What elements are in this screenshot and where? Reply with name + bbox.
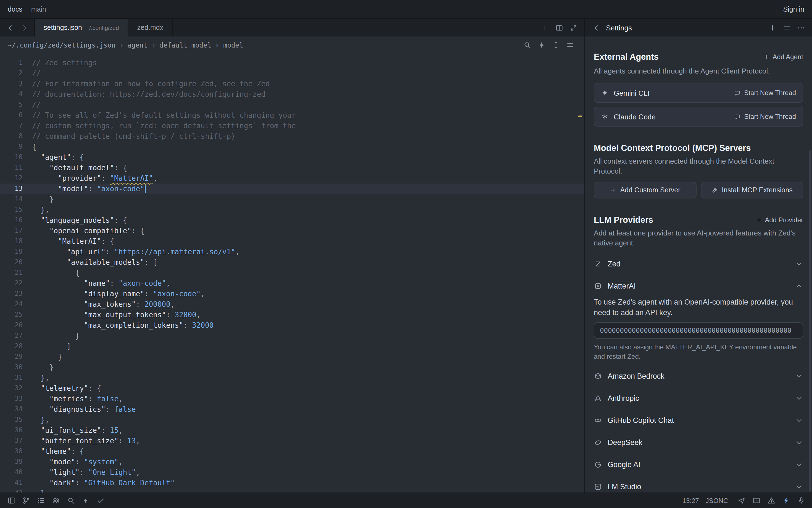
start-new-thread-button[interactable]: Start New Thread	[733, 89, 796, 97]
code-line[interactable]: 27 }	[0, 331, 584, 341]
new-tab-button[interactable]	[538, 21, 551, 34]
code-line[interactable]: 32 "telemetry": {	[0, 383, 584, 393]
send-icon	[737, 496, 746, 505]
code-line[interactable]: 17 "openai_compatible": {	[0, 225, 584, 236]
provider-github-copilot-chat[interactable]: GitHub Copilot Chat	[594, 409, 803, 431]
code-line[interactable]: 13 "model": "axon-code"	[0, 183, 584, 194]
diagnostics-button[interactable]	[764, 494, 778, 507]
code-line[interactable]: 5//	[0, 99, 584, 110]
git-branch-name[interactable]: main	[31, 5, 46, 13]
provider-zed[interactable]: Zed	[594, 253, 803, 275]
code-line[interactable]: 11 "default_model": {	[0, 163, 584, 173]
tab-zed-mdx[interactable]: zed.mdx	[129, 19, 173, 37]
project-panel-button[interactable]	[4, 494, 18, 507]
chevron-down-icon	[795, 460, 803, 468]
code-line[interactable]: 39 "mode": "system",	[0, 457, 584, 467]
code-line[interactable]: 35 },	[0, 415, 584, 425]
code-line[interactable]: 33 "metrics": false,	[0, 393, 584, 404]
api-key-input[interactable]	[594, 322, 803, 339]
breadcrumb[interactable]: ~/.config/zed/settings.json › agent › de…	[8, 41, 243, 49]
code-line[interactable]: 15 },	[0, 205, 584, 215]
code-line[interactable]: 20 "available_models": [	[0, 257, 584, 267]
outline-panel-button[interactable]	[34, 494, 48, 507]
code-line[interactable]: 41 "dark": "GitHub Dark Default"	[0, 478, 584, 488]
tasks-button[interactable]	[94, 494, 107, 507]
back-button[interactable]	[3, 21, 16, 34]
code-line[interactable]: 29 }	[0, 351, 584, 362]
code-line[interactable]: 42 }	[0, 488, 584, 493]
sign-in-button[interactable]: Sign in	[783, 5, 804, 13]
code-line[interactable]: 18 "MatterAI": {	[0, 236, 584, 247]
line-number: 21	[0, 267, 32, 278]
buffer-search-button[interactable]	[520, 38, 534, 52]
code-line[interactable]: 4// documentation: https://zed.dev/docs/…	[0, 89, 584, 99]
line-number: 7	[0, 121, 32, 131]
code-line[interactable]: 3// For information on how to configure …	[0, 79, 584, 89]
code-line[interactable]: 26 "max_completion_tokens": 32000	[0, 320, 584, 331]
edit-prediction-button[interactable]	[779, 494, 793, 507]
editor-scrollbar[interactable]	[577, 54, 584, 493]
code-line[interactable]: 28 ]	[0, 341, 584, 351]
code-line[interactable]: 30 }	[0, 362, 584, 373]
code-line[interactable]: 10 "agent": {	[0, 152, 584, 163]
line-number: 4	[0, 89, 32, 99]
code-line[interactable]: 36 "ui_font_size": 15,	[0, 425, 584, 435]
code-line[interactable]: 38 "theme": {	[0, 446, 584, 457]
code-line[interactable]: 22 "name": "axon-code",	[0, 278, 584, 289]
code-line[interactable]: 9{	[0, 141, 584, 152]
code-line[interactable]: 2//	[0, 68, 584, 79]
code-line[interactable]: 8// command palette (cmd-shift-p / ctrl-…	[0, 131, 584, 141]
language-indicator[interactable]: JSONC	[706, 497, 728, 504]
provider-amazon-bedrock[interactable]: Amazon Bedrock	[594, 365, 803, 387]
code-line[interactable]: 16 "language_models": {	[0, 215, 584, 225]
code-line[interactable]: 40 "light": "One Light",	[0, 467, 584, 478]
code-line[interactable]: 37 "buffer_font_size": 13,	[0, 435, 584, 446]
project-name[interactable]: docs	[8, 5, 22, 13]
provider-deepseek[interactable]: DeepSeek	[594, 431, 803, 453]
code-line[interactable]: 19 "api_url": "https://api.matterai.so/v…	[0, 247, 584, 257]
split-pane-button[interactable]	[553, 21, 566, 34]
selection-tool-button[interactable]	[549, 38, 562, 52]
code-line[interactable]: 24 "max_tokens": 200000,	[0, 299, 584, 309]
tab-settings-json[interactable]: settings.json ~/.config/zed	[34, 19, 129, 37]
provider-lm-studio[interactable]: LM Studio	[594, 475, 803, 493]
install-mcp-extensions-button[interactable]: Install MCP Extensions	[701, 182, 803, 199]
git-panel-button[interactable]	[19, 494, 33, 507]
editor-controls-button[interactable]	[563, 38, 577, 52]
provider-matterai[interactable]: MatterAI	[594, 275, 803, 297]
search-icon	[66, 496, 75, 505]
zoom-pane-button[interactable]	[567, 21, 580, 34]
code-line[interactable]: 31 },	[0, 373, 584, 383]
extensions-button[interactable]	[750, 494, 763, 507]
start-new-thread-button[interactable]: Start New Thread	[733, 113, 796, 121]
code-line[interactable]: 34 "diagnostics": false	[0, 404, 584, 415]
code-editor[interactable]: 1// Zed settings2//3// For information o…	[0, 54, 584, 493]
inline-assist-button[interactable]	[535, 38, 548, 52]
code-line[interactable]: 14 }	[0, 194, 584, 205]
search-panel-button[interactable]	[64, 494, 77, 507]
add-custom-server-button[interactable]: Add Custom Server	[594, 182, 696, 199]
add-agent-button[interactable]: Add Agent	[763, 53, 803, 61]
provider-google-ai[interactable]: Google AI	[594, 453, 803, 475]
panel-add-button[interactable]	[766, 21, 779, 34]
panel-back-button[interactable]	[589, 21, 603, 34]
code-line[interactable]: 23 "display_name": "axon-code",	[0, 289, 584, 299]
feedback-button[interactable]	[735, 494, 748, 507]
screen-share-button[interactable]	[794, 494, 808, 507]
panel-more-button[interactable]	[794, 21, 808, 34]
code-line[interactable]: 6// To see all of Zed's default settings…	[0, 110, 584, 121]
provider-anthropic[interactable]: Anthropic	[594, 387, 803, 409]
code-line[interactable]: 7// custom settings, run `zed: open defa…	[0, 121, 584, 131]
add-provider-button[interactable]: Add Provider	[755, 216, 803, 224]
code-line[interactable]: 1// Zed settings	[0, 57, 584, 68]
collab-panel-button[interactable]	[49, 494, 62, 507]
tab-label: settings.json	[44, 24, 82, 32]
panel-scrollbar[interactable]	[809, 151, 811, 492]
assistant-panel-button[interactable]	[79, 494, 92, 507]
code-line[interactable]: 25 "max_output_tokens": 32000,	[0, 309, 584, 320]
code-line[interactable]: 12 "provider": "MatterAI",	[0, 173, 584, 183]
line-number: 32	[0, 383, 32, 393]
code-line[interactable]: 21 {	[0, 267, 584, 278]
panel-collapse-button[interactable]	[780, 21, 793, 34]
forward-button[interactable]	[18, 21, 31, 34]
